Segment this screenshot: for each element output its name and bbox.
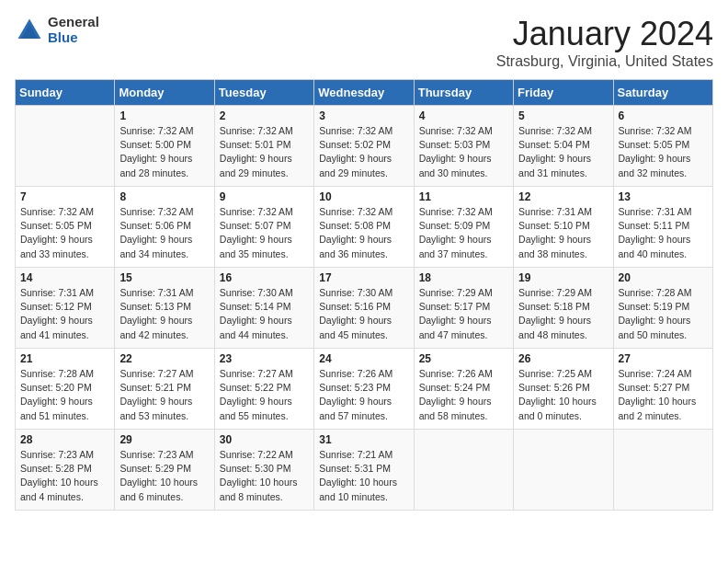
calendar-cell: 3Sunrise: 7:32 AMSunset: 5:02 PMDaylight… <box>314 106 414 187</box>
calendar-cell: 20Sunrise: 7:28 AMSunset: 5:19 PMDayligh… <box>613 268 712 349</box>
calendar-cell: 16Sunrise: 7:30 AMSunset: 5:14 PMDayligh… <box>214 268 313 349</box>
day-info: Sunrise: 7:23 AMSunset: 5:28 PMDaylight:… <box>20 448 109 504</box>
day-number: 18 <box>419 271 508 284</box>
logo-blue: Blue <box>48 30 99 46</box>
calendar-cell: 18Sunrise: 7:29 AMSunset: 5:17 PMDayligh… <box>414 268 513 349</box>
calendar-cell: 29Sunrise: 7:23 AMSunset: 5:29 PMDayligh… <box>115 430 214 511</box>
day-info: Sunrise: 7:26 AMSunset: 5:23 PMDaylight:… <box>319 367 408 423</box>
calendar-week-row: 7Sunrise: 7:32 AMSunset: 5:05 PMDaylight… <box>16 187 713 268</box>
day-number: 13 <box>619 190 708 203</box>
calendar-cell <box>414 430 513 511</box>
day-info: Sunrise: 7:28 AMSunset: 5:19 PMDaylight:… <box>619 286 708 342</box>
day-number: 4 <box>419 109 508 122</box>
day-number: 8 <box>119 190 209 203</box>
day-info: Sunrise: 7:29 AMSunset: 5:18 PMDaylight:… <box>518 286 608 342</box>
day-number: 31 <box>319 433 408 446</box>
calendar-cell: 6Sunrise: 7:32 AMSunset: 5:05 PMDaylight… <box>613 106 712 187</box>
calendar-cell: 21Sunrise: 7:28 AMSunset: 5:20 PMDayligh… <box>16 349 115 430</box>
logo-general: General <box>48 15 99 30</box>
day-info: Sunrise: 7:32 AMSunset: 5:05 PMDaylight:… <box>20 205 109 261</box>
day-info: Sunrise: 7:31 AMSunset: 5:11 PMDaylight:… <box>619 205 708 261</box>
day-info: Sunrise: 7:27 AMSunset: 5:22 PMDaylight:… <box>220 367 309 423</box>
day-info: Sunrise: 7:32 AMSunset: 5:03 PMDaylight:… <box>419 124 508 180</box>
day-info: Sunrise: 7:31 AMSunset: 5:13 PMDaylight:… <box>119 286 209 342</box>
logo-icon <box>15 16 44 45</box>
day-number: 1 <box>119 109 209 122</box>
day-info: Sunrise: 7:25 AMSunset: 5:26 PMDaylight:… <box>518 367 608 423</box>
day-number: 26 <box>518 352 608 365</box>
title-area: January 2024 Strasburg, Virginia, United… <box>496 15 713 70</box>
day-info: Sunrise: 7:32 AMSunset: 5:00 PMDaylight:… <box>119 124 209 180</box>
day-number: 6 <box>619 109 708 122</box>
day-number: 14 <box>20 271 109 284</box>
calendar-header-cell: Wednesday <box>314 80 414 106</box>
day-info: Sunrise: 7:32 AMSunset: 5:06 PMDaylight:… <box>119 205 209 261</box>
day-info: Sunrise: 7:31 AMSunset: 5:10 PMDaylight:… <box>518 205 608 261</box>
calendar-header-cell: Friday <box>514 80 613 106</box>
calendar-cell: 28Sunrise: 7:23 AMSunset: 5:28 PMDayligh… <box>16 430 115 511</box>
day-info: Sunrise: 7:27 AMSunset: 5:21 PMDaylight:… <box>119 367 209 423</box>
day-info: Sunrise: 7:22 AMSunset: 5:30 PMDaylight:… <box>220 448 309 504</box>
day-info: Sunrise: 7:29 AMSunset: 5:17 PMDaylight:… <box>419 286 508 342</box>
day-number: 28 <box>20 433 109 446</box>
calendar-cell: 8Sunrise: 7:32 AMSunset: 5:06 PMDaylight… <box>115 187 214 268</box>
day-info: Sunrise: 7:26 AMSunset: 5:24 PMDaylight:… <box>419 367 508 423</box>
calendar-cell: 26Sunrise: 7:25 AMSunset: 5:26 PMDayligh… <box>514 349 613 430</box>
day-number: 20 <box>619 271 708 284</box>
calendar-table: SundayMondayTuesdayWednesdayThursdayFrid… <box>15 79 713 511</box>
day-number: 12 <box>518 190 608 203</box>
header: General Blue January 2024 Strasburg, Vir… <box>15 15 713 70</box>
calendar-cell: 1Sunrise: 7:32 AMSunset: 5:00 PMDaylight… <box>115 106 214 187</box>
calendar-header-cell: Monday <box>115 80 214 106</box>
calendar-cell: 4Sunrise: 7:32 AMSunset: 5:03 PMDaylight… <box>414 106 513 187</box>
calendar-cell: 17Sunrise: 7:30 AMSunset: 5:16 PMDayligh… <box>314 268 414 349</box>
day-info: Sunrise: 7:32 AMSunset: 5:02 PMDaylight:… <box>319 124 408 180</box>
day-info: Sunrise: 7:31 AMSunset: 5:12 PMDaylight:… <box>20 286 109 342</box>
day-number: 19 <box>518 271 608 284</box>
calendar-cell: 23Sunrise: 7:27 AMSunset: 5:22 PMDayligh… <box>214 349 313 430</box>
day-number: 16 <box>220 271 309 284</box>
day-number: 10 <box>319 190 408 203</box>
day-number: 7 <box>20 190 109 203</box>
calendar-header-cell: Sunday <box>16 80 115 106</box>
calendar-header-row: SundayMondayTuesdayWednesdayThursdayFrid… <box>16 80 713 106</box>
day-info: Sunrise: 7:32 AMSunset: 5:09 PMDaylight:… <box>419 205 508 261</box>
day-number: 5 <box>518 109 608 122</box>
day-number: 30 <box>220 433 309 446</box>
calendar-header-cell: Saturday <box>613 80 712 106</box>
day-number: 2 <box>220 109 309 122</box>
calendar-cell: 27Sunrise: 7:24 AMSunset: 5:27 PMDayligh… <box>613 349 712 430</box>
day-number: 9 <box>220 190 309 203</box>
calendar-week-row: 21Sunrise: 7:28 AMSunset: 5:20 PMDayligh… <box>16 349 713 430</box>
day-info: Sunrise: 7:30 AMSunset: 5:16 PMDaylight:… <box>319 286 408 342</box>
day-info: Sunrise: 7:32 AMSunset: 5:01 PMDaylight:… <box>220 124 309 180</box>
calendar-cell: 30Sunrise: 7:22 AMSunset: 5:30 PMDayligh… <box>214 430 313 511</box>
location-title: Strasburg, Virginia, United States <box>496 53 713 70</box>
calendar-cell <box>613 430 712 511</box>
calendar-cell <box>16 106 115 187</box>
day-number: 15 <box>119 271 209 284</box>
logo: General Blue <box>15 15 99 45</box>
calendar-header-cell: Thursday <box>414 80 513 106</box>
day-info: Sunrise: 7:21 AMSunset: 5:31 PMDaylight:… <box>319 448 408 504</box>
calendar-week-row: 1Sunrise: 7:32 AMSunset: 5:00 PMDaylight… <box>16 106 713 187</box>
calendar-cell: 2Sunrise: 7:32 AMSunset: 5:01 PMDaylight… <box>214 106 313 187</box>
calendar-cell: 25Sunrise: 7:26 AMSunset: 5:24 PMDayligh… <box>414 349 513 430</box>
logo-text: General Blue <box>48 15 99 45</box>
day-number: 25 <box>419 352 508 365</box>
day-info: Sunrise: 7:30 AMSunset: 5:14 PMDaylight:… <box>220 286 309 342</box>
day-number: 24 <box>319 352 408 365</box>
day-info: Sunrise: 7:32 AMSunset: 5:04 PMDaylight:… <box>518 124 608 180</box>
calendar-cell: 22Sunrise: 7:27 AMSunset: 5:21 PMDayligh… <box>115 349 214 430</box>
calendar-cell <box>514 430 613 511</box>
day-number: 3 <box>319 109 408 122</box>
day-number: 23 <box>220 352 309 365</box>
calendar-cell: 24Sunrise: 7:26 AMSunset: 5:23 PMDayligh… <box>314 349 414 430</box>
calendar-week-row: 28Sunrise: 7:23 AMSunset: 5:28 PMDayligh… <box>16 430 713 511</box>
day-number: 22 <box>119 352 209 365</box>
day-info: Sunrise: 7:32 AMSunset: 5:05 PMDaylight:… <box>619 124 708 180</box>
calendar-cell: 10Sunrise: 7:32 AMSunset: 5:08 PMDayligh… <box>314 187 414 268</box>
calendar-header-cell: Tuesday <box>214 80 313 106</box>
day-info: Sunrise: 7:24 AMSunset: 5:27 PMDaylight:… <box>619 367 708 423</box>
day-number: 11 <box>419 190 508 203</box>
